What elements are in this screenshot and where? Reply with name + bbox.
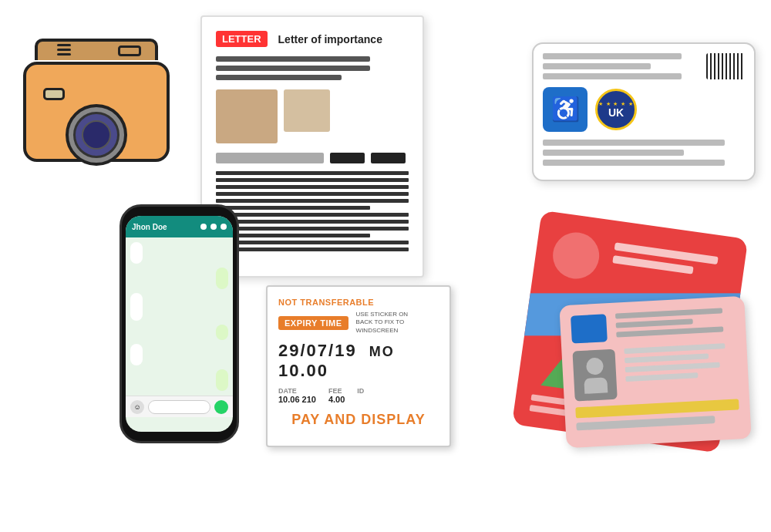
phone-messages — [126, 237, 233, 396]
camera-viewfinder — [118, 45, 141, 56]
letter-header: LETTER Letter of importance — [216, 31, 409, 47]
letter-fields — [216, 153, 409, 163]
id-pink-line — [615, 308, 722, 318]
license-line — [543, 160, 725, 166]
fee-value: 4.00 — [328, 395, 345, 404]
letter-content-line — [216, 178, 409, 182]
id-card-avatar — [572, 349, 617, 402]
letter-content-line — [216, 247, 409, 251]
letter-content-line-short — [216, 206, 370, 210]
ticket-date-col: DATE 10.06 210 — [278, 387, 316, 404]
letter-line — [216, 75, 342, 80]
phone-contact-name: Jhon Doe — [132, 223, 167, 231]
emoji-button[interactable]: ☺ — [130, 400, 144, 414]
id-pink-gray-bar — [576, 416, 715, 430]
message-bubble-incoming — [130, 242, 143, 264]
phone-icon-dot — [221, 224, 227, 230]
avatar-body — [584, 377, 608, 394]
fee-label: FEE — [328, 387, 345, 395]
phone-illustration: Jhon Doe — [120, 204, 239, 443]
license-info-lines — [543, 53, 697, 79]
letter-content-line — [216, 171, 409, 175]
mic-button[interactable] — [214, 400, 228, 414]
id-card-pink — [559, 296, 751, 448]
phone-body: Jhon Doe — [120, 204, 239, 443]
id-pink-line — [616, 326, 723, 337]
id-card-photo-placeholder — [550, 230, 602, 282]
letter-field-short-2 — [371, 153, 406, 163]
phone-action-icons — [200, 224, 227, 230]
uk-badge: ★ ★ ★ ★ ★ UK — [595, 89, 637, 130]
license-top-bar — [543, 53, 745, 79]
expiry-time-badge: EXPIRY TIME — [278, 316, 348, 330]
id-pink-right-lines — [624, 342, 737, 382]
expiry-row: EXPIRY TIME USE STICKER ON BACK TO FIX T… — [278, 311, 439, 335]
letter-content-lines — [216, 171, 409, 251]
uk-text: UK — [608, 107, 624, 118]
ticket-date: 29/07/19 — [278, 341, 357, 360]
letter-content-line — [216, 241, 409, 244]
date-value: 10.06 210 — [278, 395, 316, 404]
letter-content-line — [216, 227, 409, 231]
ticket-mo: MO — [369, 344, 395, 359]
license-line — [543, 63, 651, 69]
letter-content-line — [216, 192, 409, 196]
license-line — [543, 140, 725, 146]
id-pink-avatar-area — [572, 342, 738, 401]
license-line — [543, 73, 682, 79]
phone-bottom-bar: ☺ — [126, 396, 233, 417]
id-pink-right-line — [625, 372, 698, 382]
license-bottom-lines — [543, 140, 745, 166]
camera-grip — [57, 44, 71, 56]
disabled-badge: ♿ — [543, 87, 588, 132]
driving-license-card: ♿ ★ ★ ★ ★ ★ UK — [532, 42, 756, 181]
id-pink-info-lines — [615, 308, 736, 342]
id-pink-yellow-bar — [575, 399, 739, 418]
id-pink-right-line — [625, 362, 720, 372]
phone-icon-dot — [210, 224, 217, 230]
id-pink-right-line — [625, 353, 709, 363]
letter-image-box — [216, 89, 278, 143]
letter-content-line — [216, 199, 409, 203]
camera-lens-mid — [73, 112, 120, 158]
avatar-figure — [582, 357, 607, 394]
pay-and-display-label: PAY AND DISPLAY — [278, 412, 439, 428]
ticket-date-row: 29/07/19 MO 10.00 — [278, 341, 439, 381]
date-label: DATE — [278, 387, 316, 395]
phone-icon-dot — [200, 224, 207, 230]
letter-line — [216, 66, 370, 71]
message-bubble-outgoing — [216, 268, 228, 289]
id-card-red-lines — [612, 242, 729, 279]
grip-line — [57, 49, 71, 51]
id-pink-blue-box — [571, 314, 608, 343]
wheelchair-icon: ♿ — [551, 98, 580, 121]
letter-content-line — [216, 220, 409, 224]
letter-field-short — [330, 153, 365, 163]
ticket-time: 10.00 — [278, 361, 328, 380]
ticket-id-col: ID — [357, 387, 364, 404]
ticket-info-row: DATE 10.06 210 FEE 4.00 ID — [278, 387, 439, 404]
letter-content-line — [216, 213, 409, 217]
camera-flash — [43, 88, 65, 100]
letter-image-row — [216, 89, 409, 143]
camera-lens-inner — [82, 120, 111, 150]
grip-line — [57, 44, 71, 46]
id-pink-top-section — [571, 308, 736, 344]
phone-screen: Jhon Doe — [126, 216, 233, 432]
license-line — [543, 150, 684, 156]
letter-tag: LETTER — [216, 31, 268, 47]
license-line — [543, 53, 682, 59]
sticker-instruction-text: USE STICKER ON BACK TO FIX TO WINDSCREEN — [356, 311, 426, 335]
license-barcode — [706, 53, 745, 79]
not-transferable-label: NOT TRANSFERABLE — [278, 298, 439, 307]
message-bubble-incoming — [130, 344, 143, 365]
letter-lines — [216, 56, 409, 80]
camera-body — [23, 62, 170, 162]
letter-title: Letter of importance — [278, 33, 382, 45]
id-pink-right-line — [624, 343, 725, 354]
avatar-head — [585, 357, 603, 375]
letter-image-box-2 — [284, 89, 330, 132]
phone-text-input[interactable] — [148, 400, 210, 414]
parking-ticket: NOT TRANSFERABLE EXPIRY TIME USE STICKER… — [266, 285, 451, 447]
message-bubble-outgoing — [216, 325, 228, 340]
